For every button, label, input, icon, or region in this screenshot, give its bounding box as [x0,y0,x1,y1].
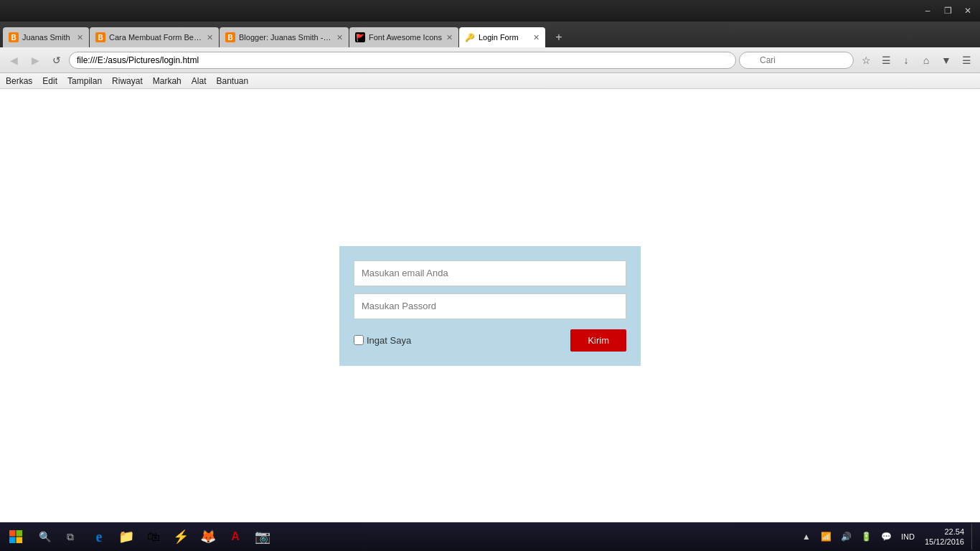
tab-cara-membuat[interactable]: B Cara Membuat Form Bead... ✕ [90,27,219,47]
menu-berkas[interactable]: Berkas [6,76,32,86]
tab4-close[interactable]: ✕ [446,33,453,42]
tab1-close[interactable]: ✕ [77,33,83,42]
download-icon[interactable]: ↓ [897,51,915,70]
menu-icon[interactable]: ☰ [957,51,976,70]
tab5-close[interactable]: ✕ [533,33,540,42]
email-input[interactable] [354,260,626,286]
tab-font-awesome[interactable]: 🚩 Font Awesome Icons ✕ [349,27,458,47]
tab3-favicon: B [225,32,235,42]
login-form-container: Ingat Saya Kirim [339,246,641,366]
pocket-icon[interactable]: ▼ [937,51,956,70]
address-bar[interactable] [69,52,736,69]
tab-login-form[interactable]: 🔑 Login Form ✕ [459,27,545,47]
login-bottom-row: Ingat Saya Kirim [354,329,626,352]
tab2-label: Cara Membuat Form Bead... [109,33,202,42]
tab-blogger-juanas[interactable]: B Blogger: Juanas Smith - T... ✕ [220,27,349,47]
menu-alat[interactable]: Alat [192,76,207,86]
tab4-favicon: 🚩 [355,32,365,42]
tab3-label: Blogger: Juanas Smith - T... [239,33,332,42]
menu-riwayat[interactable]: Riwayat [112,76,143,86]
tab-juanas-smith[interactable]: B Juanas Smith ✕ [3,27,89,47]
remember-me-label[interactable]: Ingat Saya [354,335,411,346]
nav-bar: ◀ ▶ ↺ 🔍 ☆ ☰ ↓ ⌂ ▼ ☰ [0,47,980,73]
home-icon[interactable]: ⌂ [917,51,936,70]
tab5-favicon: 🔑 [465,32,475,42]
remember-checkbox[interactable] [354,335,364,345]
tab2-close[interactable]: ✕ [207,33,213,42]
reader-icon[interactable]: ☰ [877,51,895,70]
submit-button[interactable]: Kirim [570,329,626,352]
tab4-label: Font Awesome Icons [369,33,442,42]
forward-button[interactable]: ▶ [26,51,44,70]
menu-tampilan[interactable]: Tampilan [67,76,102,86]
tab3-close[interactable]: ✕ [336,33,343,42]
restore-button[interactable]: ❐ [938,3,957,19]
search-input[interactable] [739,52,854,69]
tab1-favicon: B [9,32,19,42]
nav-icons-right: ☆ ☰ ↓ ⌂ ▼ ☰ [857,51,976,70]
back-button[interactable]: ◀ [4,51,23,70]
tab2-favicon: B [95,32,105,42]
password-input[interactable] [354,293,626,319]
remember-me-text: Ingat Saya [367,335,411,346]
title-bar-controls: – ❐ ✕ [918,3,977,19]
close-button[interactable]: ✕ [958,3,977,19]
tab-bar: B Juanas Smith ✕ B Cara Membuat Form Bea… [0,22,980,47]
menu-markah[interactable]: Markah [153,76,182,86]
new-tab-button[interactable]: + [549,27,569,47]
menu-bar: Berkas Edit Tampilan Riwayat Markah Alat… [0,73,980,89]
search-container: 🔍 [739,52,854,69]
menu-edit[interactable]: Edit [42,76,57,86]
page-content: Ingat Saya Kirim [0,89,980,522]
bookmark-icon[interactable]: ☆ [857,51,875,70]
menu-bantuan[interactable]: Bantuan [216,76,248,86]
refresh-button[interactable]: ↺ [47,51,66,70]
minimize-button[interactable]: – [918,3,937,19]
tab1-label: Juanas Smith [22,33,72,42]
tab5-label: Login Form [479,33,529,42]
title-bar: – ❐ ✕ [0,0,980,22]
